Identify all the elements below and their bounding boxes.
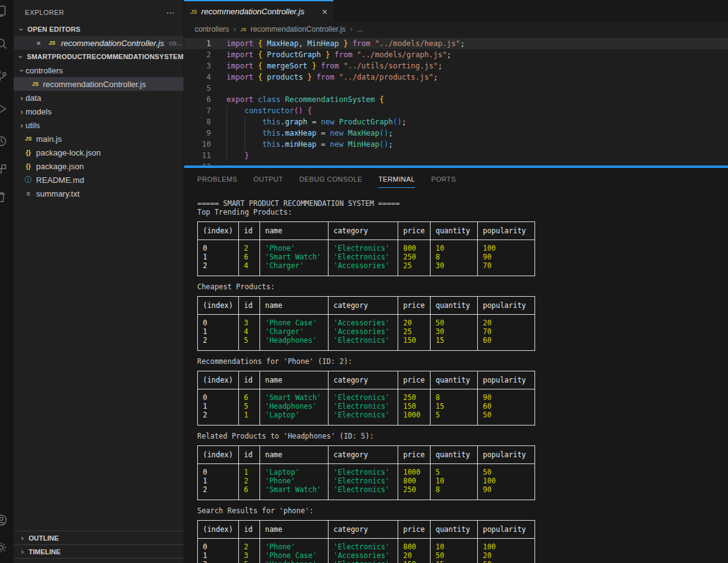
timeline-label: TIMELINE <box>29 548 60 556</box>
tree-item-package-json[interactable]: {}package.json <box>14 159 184 173</box>
table-body-cell: 'Electronics''Accessories''Electronics' <box>329 539 398 563</box>
terminal-sections: Top Trending Products:(index)idnamecateg… <box>197 208 728 563</box>
terminal-table-label: Top Trending Products: <box>197 208 728 216</box>
terminal-banner: ===== SMART PRODUCT RECOMMENDATION SYSTE… <box>197 199 728 208</box>
table-value: 8 <box>436 485 472 494</box>
line-number: 5 <box>184 83 211 94</box>
tree-item-data[interactable]: ›data <box>14 91 184 105</box>
table-value: 1000 <box>403 468 425 477</box>
outline-label: OUTLINE <box>29 534 58 542</box>
tree-item-package-lock-json[interactable]: {}package-lock.json <box>14 146 184 159</box>
table-value: 6 <box>244 393 254 402</box>
table-value: 90 <box>483 485 530 494</box>
chevron-right-icon: › <box>18 121 26 130</box>
line-number: 1 <box>184 38 211 49</box>
tree-item-label: main.js <box>36 134 62 144</box>
table-value: 25 <box>403 327 425 336</box>
breadcrumb-folder[interactable]: controllers <box>195 25 229 34</box>
code-line-11: 11 } <box>184 150 728 161</box>
terminal-output[interactable]: ===== SMART PRODUCT RECOMMENDATION SYSTE… <box>184 189 728 563</box>
tree-item-models[interactable]: ›models <box>14 105 184 118</box>
outline-section[interactable]: › OUTLINE <box>14 531 184 544</box>
table-body-cell: 207060 <box>478 315 535 351</box>
tree-item-main-js[interactable]: JSmain.js <box>14 132 184 146</box>
tree-item-summary-txt[interactable]: ≡summary.txt <box>14 187 184 200</box>
table-header-cell: quantity <box>431 222 478 240</box>
settings-gear-icon[interactable] <box>0 540 9 555</box>
table-value: 'Laptop' <box>265 411 323 419</box>
tree-item-controllers[interactable]: ›controllers <box>14 63 184 77</box>
line-number: 3 <box>184 60 211 72</box>
table-body-cell: 345 <box>239 315 260 351</box>
tab-recommendationController[interactable]: JS recommendationController.js × <box>184 0 334 22</box>
table-value: 'Smart Watch' <box>265 485 323 494</box>
table-body-cell: 5108 <box>431 464 478 500</box>
code-line-5: 5 <box>184 83 728 94</box>
source-control-icon[interactable] <box>0 68 9 83</box>
table-value: 8 <box>436 393 472 402</box>
breadcrumb-symbol[interactable]: ... <box>357 25 363 34</box>
table-body-cell: 235 <box>239 539 260 563</box>
line-text: import { products } from "../data/produc… <box>226 72 438 83</box>
trash-icon[interactable] <box>0 190 9 205</box>
table-header-cell: name <box>260 222 329 240</box>
account-icon[interactable] <box>0 513 9 528</box>
line-number: 12 <box>184 161 211 165</box>
tab-filename: recommendationController.js <box>202 7 318 16</box>
files-icon[interactable] <box>0 4 9 19</box>
line-text: this.maxHeap = new MaxHeap(); <box>226 128 393 139</box>
breadcrumb-file[interactable]: recommendationController.js <box>251 25 346 34</box>
panel-tab-debug-console[interactable]: DEBUG CONSOLE <box>299 170 362 187</box>
panel-tab-ports[interactable]: PORTS <box>431 170 456 187</box>
close-icon[interactable]: × <box>322 7 327 17</box>
table-value: 50 <box>483 468 530 477</box>
more-actions-icon[interactable]: ⋯ <box>166 7 175 17</box>
extensions-icon[interactable] <box>0 162 9 177</box>
workspace-section[interactable]: › SMARTPRODUCTRECOMMENDATIONSYSTEM <box>14 50 184 63</box>
tree-item-README-md[interactable]: ⓘREADME.md <box>14 173 184 187</box>
history-icon[interactable] <box>0 134 9 149</box>
table-value: 2 <box>203 560 233 563</box>
indent-guide <box>226 105 227 116</box>
table-value: 'Electronics' <box>334 393 393 402</box>
table-body-cell: 'Phone Case''Charger''Headphones' <box>260 315 329 351</box>
open-editors-section[interactable]: › OPEN EDITORS <box>14 22 184 36</box>
table-value: 'Electronics' <box>334 485 393 494</box>
table-value: 'Electronics' <box>334 336 393 345</box>
table-value: 'Electronics' <box>334 244 393 253</box>
close-icon[interactable]: × <box>34 39 44 48</box>
table-value: 5 <box>436 411 472 419</box>
table-value: 2 <box>203 261 233 270</box>
table-value: 1 <box>244 411 254 419</box>
timeline-section[interactable]: › TIMELINE <box>14 544 184 558</box>
table-body-cell: 012 <box>198 464 239 500</box>
tree-item-label: README.md <box>36 175 84 185</box>
open-editors-label: OPEN EDITORS <box>27 26 80 33</box>
table-header-cell: price <box>398 521 431 539</box>
table-value: 2 <box>203 411 233 419</box>
terminal-section: Related Products to 'Headphones' (ID: 5)… <box>197 432 728 500</box>
table-header-cell: popularity <box>478 222 535 240</box>
code-line-9: 9 this.maxHeap = new MaxHeap(); <box>184 128 728 139</box>
editor-area: JS recommendationController.js × control… <box>184 0 728 563</box>
activity-bar <box>0 0 14 563</box>
search-icon[interactable] <box>0 36 9 51</box>
panel-tab-output[interactable]: OUTPUT <box>253 170 283 187</box>
tree-item-label: utils <box>26 121 40 130</box>
panel-tab-terminal[interactable]: TERMINAL <box>378 170 415 188</box>
table-header-cell: name <box>260 371 329 389</box>
table-value: 'Charger' <box>265 327 323 336</box>
tree-item-utils[interactable]: ›utils <box>14 118 184 132</box>
tree-item-label: models <box>26 107 52 116</box>
indent-guide <box>226 139 227 150</box>
tree-item-recommendationController-js[interactable]: JSrecommendationController.js <box>14 77 184 91</box>
table-value: 10 <box>436 542 472 551</box>
table-header-cell: category <box>329 297 398 315</box>
open-editor-item[interactable]: × JS recommendationController.js co... <box>14 36 184 50</box>
code-line-6: 6export class RecommendationSystem { <box>184 94 728 105</box>
code-editor[interactable]: 1import { MaxHeap, MinHeap } from "../mo… <box>184 37 728 165</box>
terminal-section: Recommendations for 'Phone' (ID: 2):(ind… <box>197 357 728 426</box>
panel-tab-problems[interactable]: PROBLEMS <box>197 170 237 187</box>
line-number: 7 <box>184 105 211 116</box>
run-debug-icon[interactable] <box>0 101 9 116</box>
